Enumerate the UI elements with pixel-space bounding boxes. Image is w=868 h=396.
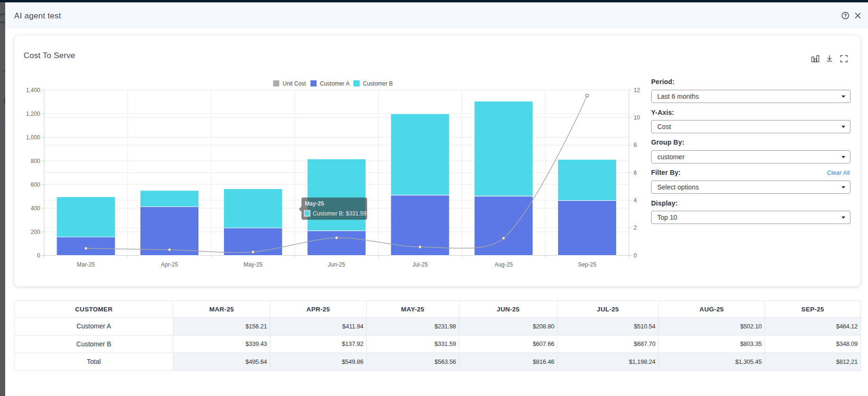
svg-text:?: ? xyxy=(844,13,847,18)
